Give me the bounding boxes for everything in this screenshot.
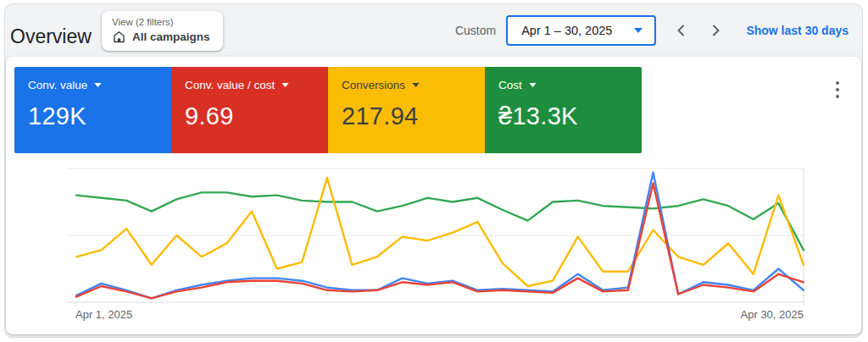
scorecards-row: Conv. value 129K Conv. value / cost 9.69… [14, 67, 642, 153]
dropdown-caret-icon [634, 28, 643, 33]
scorecard-value: 129K [28, 102, 158, 130]
timeseries-chart: Apr 1, 2025 Apr 30, 2025 [60, 162, 815, 328]
home-icon [112, 30, 126, 44]
app-frame: Overview View (2 filters) All campaigns … [4, 3, 863, 338]
chevron-left-icon [674, 23, 689, 38]
date-controls: Custom Apr 1 – 30, 2025 Show last 30 day… [455, 4, 849, 57]
dropdown-caret-icon [529, 83, 537, 87]
view-chip-caption: View (2 filters) [112, 17, 210, 27]
scorecard-metric-dropdown[interactable]: Conv. value / cost [185, 79, 314, 91]
timeseries-chart-canvas[interactable]: Apr 1, 2025 Apr 30, 2025 [60, 162, 815, 328]
scorecard-conv-value-cost[interactable]: Conv. value / cost 9.69 [171, 67, 328, 153]
scorecard-value: ₴13.3K [498, 102, 628, 130]
dropdown-caret-icon [412, 83, 420, 87]
x-axis-label-end: Apr 30, 2025 [741, 308, 804, 321]
more-vert-icon [836, 81, 839, 85]
scorecard-value: 9.69 [185, 102, 314, 130]
scorecard-conv-value[interactable]: Conv. value 129K [14, 67, 171, 153]
series-line-cost [76, 192, 804, 250]
page-title: Overview [10, 25, 92, 48]
next-date-range-button[interactable] [704, 19, 727, 42]
more-options-button[interactable] [825, 75, 850, 104]
scorecard-cost[interactable]: Cost ₴13.3K [485, 67, 642, 153]
scorecard-metric-dropdown[interactable]: Cost [498, 79, 628, 91]
view-filter-chip[interactable]: View (2 filters) All campaigns [102, 11, 223, 51]
dropdown-caret-icon [281, 83, 289, 87]
previous-date-range-button[interactable] [670, 19, 693, 42]
scorecard-metric-dropdown[interactable]: Conversions [342, 79, 471, 91]
more-vert-icon [836, 88, 839, 91]
x-axis-label-start: Apr 1, 2025 [75, 308, 132, 321]
date-mode-label: Custom [455, 24, 496, 37]
scorecard-conversions[interactable]: Conversions 217.94 [328, 67, 485, 153]
scorecard-metric-dropdown[interactable]: Conv. value [28, 79, 158, 91]
overview-panel: Conv. value 129K Conv. value / cost 9.69… [6, 57, 861, 334]
date-range-value: Apr 1 – 30, 2025 [521, 24, 612, 37]
more-vert-icon [836, 95, 839, 98]
dropdown-caret-icon [94, 83, 102, 87]
series-line-conversions [76, 178, 804, 286]
chevron-right-icon [708, 23, 723, 38]
scorecard-value: 217.94 [342, 102, 471, 130]
view-chip-label: All campaigns [132, 30, 210, 43]
show-last-30-days-link[interactable]: Show last 30 days [746, 24, 849, 37]
date-range-selector[interactable]: Apr 1 – 30, 2025 [506, 15, 656, 46]
